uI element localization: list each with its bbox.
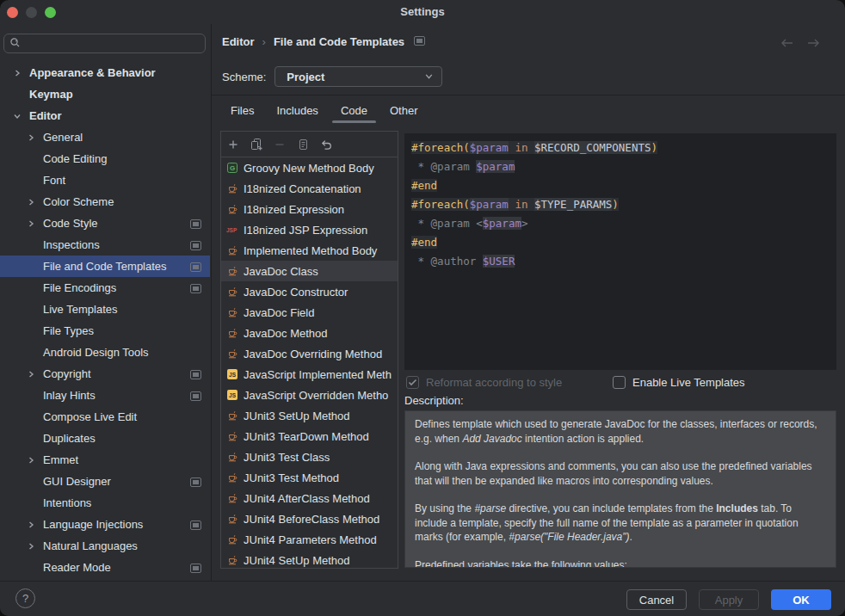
tab-other[interactable]: Other [381,101,427,122]
scheme-dropdown[interactable]: Project [274,66,442,87]
template-item[interactable]: Implemented Method Body [221,240,398,261]
tab-includes[interactable]: Includes [268,101,326,122]
tab-files[interactable]: Files [222,101,262,122]
template-item[interactable]: JUnit3 SetUp Method [221,405,398,426]
tab-code[interactable]: Code [332,101,376,122]
chevron-right-icon[interactable] [27,521,35,529]
sidebar-item-keymap[interactable]: Keymap [0,83,210,105]
template-item[interactable]: JUnit4 SetUp Method [221,550,398,568]
sidebar-item-label: Font [43,174,65,187]
template-item-label: JUnit4 Parameters Method [244,533,377,546]
breadcrumb-item[interactable]: File and Code Templates [274,35,404,48]
chevron-right-icon[interactable] [27,133,35,142]
chevron-down-icon[interactable] [13,112,22,120]
template-item[interactable]: JSJavaScript Implemented Meth [221,364,398,385]
sidebar-item-inspections[interactable]: Inspections [0,234,210,256]
sidebar-item-label: Natural Languages [43,539,138,552]
template-item-label: JavaDoc Overriding Method [244,348,382,360]
template-item[interactable]: JSPI18nized JSP Expression [221,219,398,240]
java-icon [226,452,238,462]
java-icon [226,514,238,524]
screen-icon [190,262,201,274]
back-arrow-icon[interactable] [780,38,794,51]
duplicate-icon[interactable] [250,138,263,151]
reformat-option[interactable]: Reformat according to style [406,373,562,391]
add-icon[interactable] [226,138,240,151]
sidebar-item-file-types[interactable]: File Types [0,320,210,342]
template-item[interactable]: JavaDoc Field [221,302,398,323]
sidebar-item-font[interactable]: Font [0,169,210,191]
chevron-down-icon [424,71,434,83]
sidebar-item-language-injections[interactable]: Language Injections [0,514,210,535]
sidebar-item-compose-live-edit[interactable]: Compose Live Edit [0,406,210,428]
sidebar-item-duplicates[interactable]: Duplicates [0,428,210,449]
sidebar-item-reader-mode[interactable]: Reader Mode [0,557,210,578]
sidebar-item-editor[interactable]: Editor [0,105,210,126]
forward-arrow-icon[interactable] [806,38,821,51]
sidebar-item-label: GUI Designer [43,475,111,488]
template-item[interactable]: JUnit4 AfterClass Method [221,488,398,508]
sidebar-item-file-encodings[interactable]: File Encodings [0,277,210,299]
ok-button[interactable]: OK [771,589,831,610]
description-label: Description: [404,394,464,407]
sidebar-item-emmet[interactable]: Emmet [0,449,210,471]
template-item[interactable]: JUnit4 Parameters Method [221,529,398,550]
title-bar: Settings [0,0,845,24]
chevron-right-icon[interactable] [27,198,35,206]
search-field[interactable] [3,34,206,53]
live-templates-option[interactable]: Enable Live Templates [613,373,745,391]
sidebar-item-appearance-behavior[interactable]: Appearance & Behavior [0,62,210,83]
java-icon [226,328,238,338]
sidebar-item-android-design-tools[interactable]: Android Design Tools [0,342,210,363]
sidebar-item-code-style[interactable]: Code Style [0,213,210,234]
tree-spacer [27,327,35,336]
apply-button[interactable]: Apply [699,589,759,610]
chevron-right-icon[interactable] [13,69,22,77]
code-line: #foreach($param in $RECORD_COMPONENTS) [411,139,830,157]
sidebar-item-copyright[interactable]: Copyright [0,363,210,385]
svg-text:JSP: JSP [226,227,237,233]
chevron-right-icon[interactable] [27,219,35,228]
template-item[interactable]: JavaDoc Method [221,323,398,343]
help-button[interactable]: ? [15,588,35,608]
reformat-label: Reformat according to style [426,376,562,389]
template-item[interactable]: I18nized Concatenation [221,178,398,199]
description-paragraph: Predefined variables take the following … [415,558,826,569]
template-item[interactable]: JavaDoc Overriding Method [221,343,398,364]
screen-icon [190,240,201,253]
template-item[interactable]: JavaDoc Constructor [221,281,398,302]
sidebar-item-intentions[interactable]: Intentions [0,492,210,514]
copy-icon[interactable] [296,138,310,151]
search-input[interactable] [23,37,200,51]
template-item[interactable]: GGroovy New Method Body [221,157,398,178]
template-editor[interactable]: #foreach($param in $RECORD_COMPONENTS) *… [404,133,836,370]
tree-spacer [27,284,35,293]
template-list: GGroovy New Method BodyI18nized Concaten… [221,157,398,568]
template-item[interactable]: JSJavaScript Overridden Metho [221,385,398,405]
sidebar-item-code-editing[interactable]: Code Editing [0,148,210,169]
sidebar-item-file-and-code-templates[interactable]: File and Code Templates [0,256,210,277]
sidebar-item-color-scheme[interactable]: Color Scheme [0,191,210,213]
java-icon [226,307,238,317]
chevron-right-icon[interactable] [27,370,35,379]
sidebar-item-gui-designer[interactable]: GUI Designer [0,471,210,492]
reformat-checkbox[interactable] [406,376,419,389]
revert-icon[interactable] [319,138,333,151]
sidebar-item-natural-languages[interactable]: Natural Languages [0,535,210,557]
description-paragraph: Along with Java expressions and comments… [415,459,826,488]
template-item[interactable]: JUnit4 BeforeClass Method [221,508,398,529]
screen-icon [190,520,201,533]
template-item[interactable]: JUnit3 Test Class [221,447,398,467]
live-templates-checkbox[interactable] [613,376,626,389]
sidebar-item-general[interactable]: General [0,126,210,148]
chevron-right-icon[interactable] [27,542,35,551]
breadcrumb-item[interactable]: Editor [222,35,255,48]
cancel-button[interactable]: Cancel [626,589,687,610]
sidebar-item-inlay-hints[interactable]: Inlay Hints [0,385,210,406]
template-item[interactable]: JUnit3 Test Method [221,467,398,488]
sidebar-item-live-templates[interactable]: Live Templates [0,299,210,320]
template-item[interactable]: JavaDoc Class [221,261,398,281]
template-item[interactable]: I18nized Expression [221,199,398,219]
template-item[interactable]: JUnit3 TearDown Method [221,426,398,447]
chevron-right-icon[interactable] [27,456,35,465]
